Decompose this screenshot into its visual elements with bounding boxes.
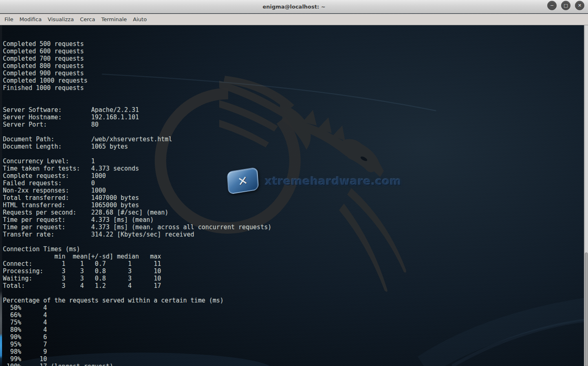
terminal-output-line: min mean[+/-sd] median max [3, 253, 271, 260]
terminal-output-line: Total: 3 4 1.2 4 17 [3, 282, 271, 289]
terminal-output-line: Non-2xx responses: 1000 [3, 187, 271, 194]
minimize-button[interactable]: ─ [547, 1, 557, 10]
menu-item-terminale[interactable]: Terminale [101, 15, 127, 23]
terminal-output-line: 50% 4 [3, 304, 271, 311]
terminal-output-line: Transfer rate: 314.22 [Kbytes/sec] recei… [3, 231, 271, 238]
terminal-output: Completed 500 requestsCompleted 600 requ… [3, 40, 271, 366]
terminal-output-line: Time taken for tests: 4.373 seconds [3, 165, 271, 172]
terminal-output-line: Connect: 1 1 0.7 1 11 [3, 260, 271, 267]
terminal-output-line: Percentage of the requests served within… [3, 297, 271, 304]
terminal-output-line: 80% 4 [3, 326, 271, 333]
scrollbar-thumb[interactable] [585, 252, 588, 366]
titlebar[interactable]: enigma@localhost: ~ ─ □ ✕ [0, 0, 588, 13]
terminal-output-line: Complete requests: 1000 [3, 172, 271, 180]
terminal-output-line: 100% 17 (longest request) [3, 363, 271, 366]
terminal-output-line: Finished 1000 requests [3, 84, 271, 92]
terminal-output-line: 98% 9 [3, 348, 271, 355]
terminal-output-line [3, 238, 271, 245]
menubar: File Modifica Visualizza Cerca Terminale… [0, 14, 588, 25]
terminal-output-line [3, 289, 271, 297]
window-controls: ─ □ ✕ [547, 1, 584, 10]
desktop-edge-sliver [0, 25, 2, 366]
terminal-output-line: Waiting: 3 3 0.8 3 10 [3, 275, 271, 282]
menu-item-aiuto[interactable]: Aiuto [132, 15, 147, 23]
screen: ✕ xtremehardware.com Completed 500 reque… [0, 0, 588, 366]
terminal-output-line: Completed 1000 requests [3, 77, 271, 84]
terminal-output-line: Completed 600 requests [3, 48, 271, 55]
terminal-output-line: 75% 4 [3, 319, 271, 326]
terminal-output-line: Connection Times (ms) [3, 245, 271, 253]
terminal-output-line: Concurrency Level: 1 [3, 158, 271, 165]
terminal-output-line: 95% 7 [3, 341, 271, 348]
maximize-button[interactable]: □ [561, 1, 570, 10]
menu-item-modifica[interactable]: Modifica [19, 15, 42, 23]
terminal-output-line: Completed 500 requests [3, 40, 271, 48]
terminal-output-line: Server Software: Apache/2.2.31 [3, 106, 271, 114]
terminal-output-line: Time per request: 4.373 [ms] (mean, acro… [3, 224, 271, 231]
terminal-output-line: Server Port: 80 [3, 121, 271, 128]
terminal-output-line: Requests per second: 228.68 [#/sec] (mea… [3, 209, 271, 216]
terminal-scrollbar[interactable] [584, 25, 588, 366]
menu-item-file[interactable]: File [4, 15, 14, 23]
terminal-output-line: Document Length: 1065 bytes [3, 143, 271, 150]
menu-item-cerca[interactable]: Cerca [79, 15, 95, 23]
terminal-output-line: Server Hostname: 192.168.1.101 [3, 114, 271, 121]
menu-item-visualizza[interactable]: Visualizza [47, 15, 74, 23]
terminal-output-line [3, 92, 271, 99]
terminal-output-line: Completed 900 requests [3, 70, 271, 77]
terminal-output-line [3, 150, 271, 158]
terminal-output-line: 66% 4 [3, 311, 271, 319]
terminal-output-line [3, 99, 271, 106]
terminal-output-line: 99% 10 [3, 355, 271, 363]
terminal-output-line: Time per request: 4.373 [ms] (mean) [3, 216, 271, 224]
terminal-content[interactable]: Completed 500 requestsCompleted 600 requ… [0, 25, 584, 366]
terminal-output-line: 90% 6 [3, 333, 271, 341]
terminal-output-line: Document Path: /web/xhservertest.html [3, 136, 271, 143]
terminal-output-line: Completed 700 requests [3, 55, 271, 62]
terminal-output-line [3, 128, 271, 136]
window-title: enigma@localhost: ~ [262, 4, 325, 10]
close-button[interactable]: ✕ [575, 1, 584, 10]
terminal-output-line: Failed requests: 0 [3, 180, 271, 187]
terminal-output-line: Processing: 3 3 0.8 3 10 [3, 267, 271, 275]
terminal-output-line: Total transferred: 1407000 bytes [3, 194, 271, 202]
terminal-output-line: Completed 800 requests [3, 62, 271, 70]
terminal-output-line: HTML transferred: 1065000 bytes [3, 202, 271, 209]
